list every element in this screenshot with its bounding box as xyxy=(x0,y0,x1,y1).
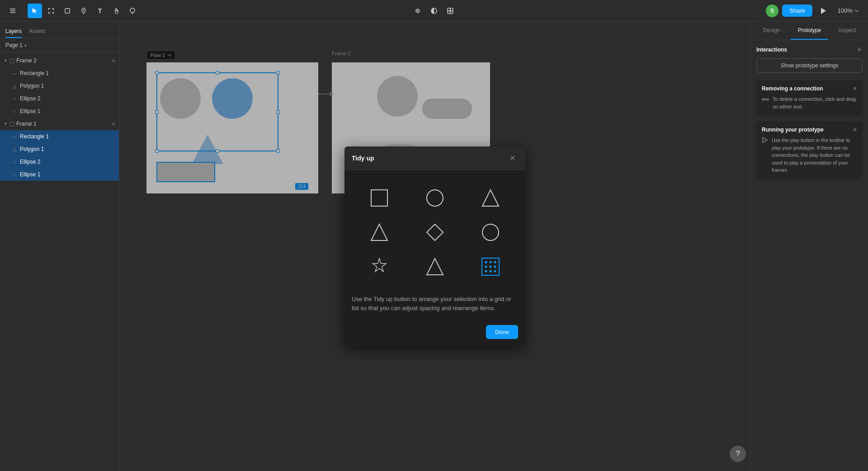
shape-circle-svg xyxy=(425,188,445,208)
svg-rect-10 xyxy=(53,12,54,14)
move-tool-button[interactable] xyxy=(28,4,42,18)
shape-diamond-svg xyxy=(425,222,445,242)
layer-item-ellipse2-f2[interactable]: ○ Ellipse 2 xyxy=(0,92,119,105)
svg-rect-9 xyxy=(48,12,49,14)
shape-cell-circle xyxy=(411,184,459,212)
shape-cell-diamond xyxy=(411,219,459,246)
page-selector[interactable]: Page 1 ▾ xyxy=(0,38,119,52)
right-panel-content: Interactions + Show prototype settings R… xyxy=(751,40,868,471)
svg-point-12 xyxy=(83,9,85,10)
shapes-illustration xyxy=(352,181,518,284)
svg-rect-19 xyxy=(448,8,450,11)
play-button[interactable] xyxy=(816,4,830,18)
chevron-down-icon: ▾ xyxy=(24,43,27,48)
layer-name: Ellipse 2 xyxy=(20,95,113,102)
shape-triangle2-svg xyxy=(369,222,389,242)
tab-inspect[interactable]: Inspect xyxy=(828,22,866,40)
ellipse-icon: ○ xyxy=(11,108,18,114)
zoom-control[interactable]: 100% xyxy=(834,5,863,16)
removing-connection-close[interactable]: ✕ xyxy=(853,86,857,91)
layer-name: Ellipse 1 xyxy=(20,171,113,178)
svg-point-17 xyxy=(417,10,418,11)
tab-prototype[interactable]: Prototype xyxy=(791,22,829,40)
panel-tabs: Layers Assets xyxy=(0,22,119,38)
layer-name: Ellipse 1 xyxy=(20,108,113,114)
layer-list: ▼ ⬚ Frame 2 + — Rectangle 1 △ Polygon 1 … xyxy=(0,52,119,471)
ellipse-icon: ○ xyxy=(11,96,18,101)
running-prototype-body: Use the play button in the toolbar to pl… xyxy=(762,137,857,174)
layer-item-ellipse1-f2[interactable]: ○ Ellipse 1 xyxy=(0,105,119,118)
pen-tool-button[interactable] xyxy=(76,4,91,18)
shape-star-svg xyxy=(369,257,389,277)
canvas-area[interactable]: Frame 1 Flow 1 xyxy=(119,22,750,471)
comment-tool-button[interactable] xyxy=(125,4,140,18)
layer-name: Ellipse 2 xyxy=(20,159,113,165)
show-prototype-settings-button[interactable]: Show prototype settings xyxy=(756,58,863,73)
svg-rect-0 xyxy=(10,9,15,9)
tab-assets[interactable]: Assets xyxy=(29,25,45,38)
play-icon xyxy=(762,137,768,145)
shape-triangle3-svg xyxy=(425,257,445,277)
running-prototype-close[interactable]: ✕ xyxy=(853,127,857,132)
shape-cell-triangle xyxy=(466,184,514,212)
svg-rect-8 xyxy=(53,8,54,10)
layer-name: Polygon 1 xyxy=(20,83,113,89)
main-layout: Layers Assets Page 1 ▾ ▼ ⬚ Frame 2 + — R… xyxy=(0,22,868,471)
layer-name-frame1: Frame 1 xyxy=(16,121,37,127)
shape-cell-triangle2 xyxy=(355,219,404,246)
svg-point-32 xyxy=(494,266,496,268)
layer-name: Polygon 1 xyxy=(20,146,113,152)
tab-design[interactable]: Design xyxy=(753,22,791,40)
shape-cell-circle2 xyxy=(466,219,514,246)
polygon-icon: △ xyxy=(11,146,18,152)
shape-square-svg xyxy=(369,188,389,208)
removing-connection-header: Removing a connection ✕ xyxy=(762,85,857,92)
interactions-title: Interactions xyxy=(756,47,787,53)
svg-rect-7 xyxy=(48,8,49,10)
layer-item-rect1-f2[interactable]: — Rectangle 1 xyxy=(0,67,119,80)
layer-item-poly1-f2[interactable]: △ Polygon 1 xyxy=(0,80,119,92)
text-tool-button[interactable]: T xyxy=(93,4,107,18)
svg-rect-11 xyxy=(65,9,70,13)
toolbar-right: S Share 100% xyxy=(766,4,863,18)
help-button[interactable]: ? xyxy=(730,446,746,462)
add-layer-icon[interactable]: + xyxy=(112,57,115,64)
layer-item-rect1-f1[interactable]: — Rectangle 1 xyxy=(0,130,119,143)
running-prototype-text: Use the play button in the toolbar to pl… xyxy=(772,137,857,174)
arrange-tool-button[interactable] xyxy=(410,4,425,18)
running-prototype-header: Running your prototype ✕ xyxy=(762,127,857,133)
shape-cell-star xyxy=(355,253,404,280)
svg-point-34 xyxy=(489,270,491,273)
frame-tool-button[interactable] xyxy=(44,4,58,18)
removing-connection-card: Removing a connection ✕ To delete a con xyxy=(756,80,863,116)
running-prototype-title: Running your prototype xyxy=(762,127,824,133)
hand-tool-button[interactable] xyxy=(109,4,123,18)
done-button[interactable]: Done xyxy=(486,325,518,339)
user-avatar: S xyxy=(766,5,778,17)
svg-rect-23 xyxy=(371,190,387,206)
toolbar-left: T xyxy=(5,4,140,18)
modal-close-button[interactable]: ✕ xyxy=(507,153,518,163)
add-interaction-button[interactable]: + xyxy=(856,46,863,54)
rect-icon: — xyxy=(11,134,18,139)
tab-layers[interactable]: Layers xyxy=(5,25,22,38)
connection-icon xyxy=(762,96,769,104)
share-button[interactable]: Share xyxy=(782,5,812,17)
layer-item-ellipse2-f1[interactable]: ○ Ellipse 2 xyxy=(0,155,119,168)
removing-connection-body: To delete a connection, click and drag o… xyxy=(762,95,857,110)
layer-group-frame2[interactable]: ▼ ⬚ Frame 2 + xyxy=(0,54,119,67)
svg-point-28 xyxy=(489,261,491,264)
rect-icon: — xyxy=(11,71,18,76)
theme-toggle-button[interactable] xyxy=(427,4,441,18)
modal-description: Use the Tidy up button to arrange your s… xyxy=(352,295,518,312)
layer-name: Rectangle 1 xyxy=(20,133,113,140)
main-menu-button[interactable] xyxy=(5,4,20,18)
ellipse-icon: ○ xyxy=(11,172,18,177)
layer-item-poly1-f1[interactable]: △ Polygon 1 xyxy=(0,143,119,155)
add-layer-icon[interactable]: + xyxy=(112,120,115,127)
shape-tool-button[interactable] xyxy=(60,4,75,18)
tidy-up-modal: Tidy up ✕ xyxy=(344,146,525,346)
component-tool-button[interactable] xyxy=(443,4,458,18)
layer-item-ellipse1-f1[interactable]: ○ Ellipse 1 xyxy=(0,168,119,181)
layer-group-frame1[interactable]: ▼ ⬚ Frame 1 + xyxy=(0,118,119,130)
